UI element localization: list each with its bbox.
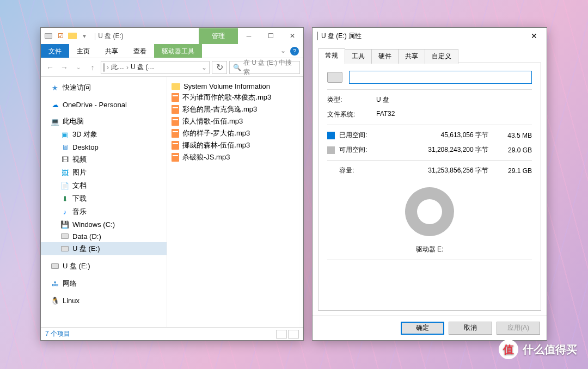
- drive-icon: [44, 32, 53, 40]
- drive-icon: [317, 32, 318, 40]
- status-bar: 7 个项目: [41, 327, 303, 340]
- breadcrumb-root[interactable]: 此…: [111, 63, 124, 72]
- list-item[interactable]: 你的样子-罗大佑.mp3: [169, 127, 301, 139]
- view-icons-button[interactable]: [288, 330, 299, 339]
- drive-name-input[interactable]: [349, 71, 532, 84]
- tab-home[interactable]: 主页: [69, 44, 97, 58]
- ok-button[interactable]: 确定: [401, 322, 444, 335]
- nav-up-icon[interactable]: ↑: [87, 61, 99, 73]
- file-list[interactable]: System Volume Information 不为谁而作的歌-林俊杰.mp…: [167, 77, 303, 327]
- ribbon-expand-icon[interactable]: ⌄: [276, 44, 290, 58]
- navigation-pane: ★快速访问 ☁OneDrive - Personal 💻此电脑 ▣3D 对象 🖥…: [41, 77, 167, 327]
- used-swatch: [327, 132, 335, 139]
- nav-drive-e-root[interactable]: U 盘 (E:): [41, 260, 167, 273]
- nav-this-pc[interactable]: 💻此电脑: [41, 115, 167, 128]
- dialog-buttons: 确定 取消 应用(A): [313, 315, 547, 340]
- watermark-text: 什么值得买: [523, 342, 577, 357]
- qat-folder-icon[interactable]: [68, 32, 77, 40]
- properties-tabs: 常规 工具 硬件 共享 自定义: [318, 48, 541, 63]
- item-count: 7 个项目: [45, 329, 70, 339]
- drive-label: 驱动器 E:: [327, 245, 532, 254]
- chevron-right-icon[interactable]: ›: [126, 64, 128, 71]
- list-item[interactable]: 杀破狼-JS.mp3: [169, 151, 301, 163]
- tab-view[interactable]: 查看: [126, 44, 154, 58]
- tab-content-general: 类型:U 盘 文件系统:FAT32 已用空间: 45,613,056 字节 43…: [318, 63, 541, 311]
- nav-drive-e[interactable]: U 盘 (E:): [41, 242, 167, 255]
- nav-back-icon[interactable]: ←: [44, 61, 56, 73]
- audio-icon: [171, 153, 179, 162]
- list-item[interactable]: 浪人情歌-伍佰.mp3: [169, 115, 301, 127]
- apply-button[interactable]: 应用(A): [497, 322, 540, 335]
- nav-recent-icon[interactable]: ⌄: [72, 61, 84, 73]
- minimize-button[interactable]: ─: [238, 28, 260, 44]
- drive-icon: [327, 72, 342, 83]
- drive-icon: [103, 64, 105, 71]
- tab-sharing[interactable]: 共享: [398, 49, 425, 64]
- audio-icon: [171, 93, 179, 102]
- free-size: 29.0 GB: [499, 146, 532, 154]
- nav-music[interactable]: ♪音乐: [41, 205, 167, 218]
- nav-3d-objects[interactable]: ▣3D 对象: [41, 128, 167, 141]
- tab-tools[interactable]: 工具: [345, 49, 372, 64]
- cancel-button[interactable]: 取消: [449, 322, 492, 335]
- nav-drive-d[interactable]: Data (D:): [41, 230, 167, 242]
- capacity-label: 容量:: [339, 166, 376, 175]
- explorer-window: ☑ ▾ | U 盘 (E:) 管理 ─ ☐ ✕ 文件 主页 共享 查看 驱动器工…: [40, 27, 304, 341]
- window-title: U 盘 (E:): [98, 32, 124, 41]
- free-swatch: [327, 146, 335, 154]
- explorer-titlebar[interactable]: ☑ ▾ | U 盘 (E:) 管理 ─ ☐ ✕: [41, 28, 303, 44]
- nav-forward-icon[interactable]: →: [58, 61, 70, 73]
- refresh-button[interactable]: ↻: [212, 61, 227, 74]
- tab-file[interactable]: 文件: [41, 44, 69, 58]
- manage-context-tab: 管理: [199, 28, 238, 44]
- list-item[interactable]: System Volume Information: [169, 81, 301, 91]
- nav-drive-c[interactable]: 💾Windows (C:): [41, 218, 167, 230]
- chevron-right-icon[interactable]: ›: [107, 64, 109, 71]
- tab-drive-tools[interactable]: 驱动器工具: [154, 44, 202, 58]
- tab-general[interactable]: 常规: [318, 48, 345, 63]
- list-item[interactable]: 不为谁而作的歌-林俊杰.mp3: [169, 91, 301, 103]
- address-bar-row: ← → ⌄ ↑ › 此… › U 盘 (… ⌄ ↻ 🔍 在 U 盘 (E:) 中…: [41, 58, 303, 77]
- address-dropdown-icon[interactable]: ⌄: [201, 64, 207, 71]
- nav-desktop[interactable]: 🖥Desktop: [41, 141, 167, 153]
- free-bytes: 31,208,243,200 字节: [376, 145, 499, 155]
- address-bar[interactable]: › 此… › U 盘 (… ⌄: [101, 61, 210, 74]
- help-icon[interactable]: ?: [290, 47, 299, 56]
- list-item[interactable]: 挪威的森林-伍佰.mp3: [169, 139, 301, 151]
- close-button[interactable]: ✕: [526, 28, 542, 44]
- nav-documents[interactable]: 📄文档: [41, 179, 167, 192]
- tab-share[interactable]: 共享: [97, 44, 126, 58]
- search-placeholder: 在 U 盘 (E:) 中搜索: [243, 58, 296, 77]
- audio-icon: [171, 141, 179, 150]
- nav-linux[interactable]: 🐧Linux: [41, 294, 167, 306]
- view-details-button[interactable]: [276, 330, 287, 339]
- fs-label: 文件系统:: [327, 110, 376, 119]
- tab-hardware[interactable]: 硬件: [371, 49, 399, 64]
- folder-icon: [171, 83, 180, 90]
- properties-titlebar[interactable]: U 盘 (E:) 属性 ✕: [313, 28, 547, 44]
- list-item[interactable]: 彩色的黑-吉克隽逸.mp3: [169, 103, 301, 115]
- used-bytes: 45,613,056 字节: [376, 131, 499, 140]
- capacity-size: 29.1 GB: [499, 167, 532, 175]
- nav-onedrive[interactable]: ☁OneDrive - Personal: [41, 99, 167, 110]
- ribbon-tabs: 文件 主页 共享 查看 驱动器工具 ⌄ ?: [41, 44, 303, 58]
- close-button[interactable]: ✕: [281, 28, 303, 44]
- breadcrumb-current[interactable]: U 盘 (…: [131, 63, 154, 72]
- nav-videos[interactable]: 🎞视频: [41, 153, 167, 166]
- maximize-button[interactable]: ☐: [260, 28, 281, 44]
- nav-pictures[interactable]: 🖼图片: [41, 166, 167, 179]
- nav-downloads[interactable]: ⬇下载: [41, 192, 167, 205]
- nav-network[interactable]: 🖧网络: [41, 277, 167, 290]
- qat-checkbox-icon[interactable]: ☑: [56, 32, 65, 40]
- qat-dropdown-icon[interactable]: ▾: [80, 32, 89, 40]
- properties-title: U 盘 (E:) 属性: [321, 32, 362, 41]
- audio-icon: [171, 129, 179, 138]
- title-separator: |: [94, 32, 96, 40]
- free-label: 可用空间:: [339, 145, 376, 155]
- search-input[interactable]: 🔍 在 U 盘 (E:) 中搜索: [229, 61, 300, 74]
- search-icon: 🔍: [233, 64, 241, 71]
- watermark: 值 什么值得买: [499, 340, 577, 359]
- watermark-badge-icon: 值: [499, 340, 518, 359]
- tab-custom[interactable]: 自定义: [425, 49, 458, 64]
- nav-quick-access[interactable]: ★快速访问: [41, 81, 167, 94]
